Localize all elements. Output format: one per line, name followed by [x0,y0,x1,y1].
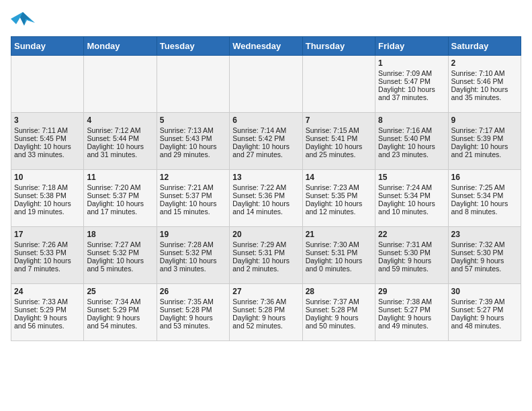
cell-text: Sunset: 5:34 PM [378,191,445,199]
cell-text: Sunset: 5:28 PM [306,306,372,314]
cell-text: Sunrise: 7:16 AM [378,126,445,134]
cell-text: Daylight: 10 hours [306,142,372,150]
calendar-cell: 10Sunrise: 7:18 AMSunset: 5:38 PMDayligh… [11,170,84,227]
cell-text: Sunrise: 7:14 AM [232,126,299,134]
calendar-cell: 8Sunrise: 7:16 AMSunset: 5:40 PMDaylight… [375,113,448,170]
cell-text: and 49 minutes. [378,322,445,330]
cell-text: Sunset: 5:31 PM [306,248,372,257]
day-number: 14 [306,173,372,182]
cell-text: and 56 minutes. [14,322,81,330]
day-number: 24 [14,287,81,296]
cell-text: Sunrise: 7:32 AM [451,240,518,248]
cell-text: Sunrise: 7:20 AM [87,183,153,191]
cell-text: Sunrise: 7:22 AM [232,183,299,191]
cell-text: Daylight: 9 hours [232,314,299,322]
cell-text: Sunrise: 7:34 AM [87,298,153,306]
header-cell-saturday: Saturday [448,37,521,56]
day-number: 6 [232,116,299,125]
cell-text: Sunset: 5:33 PM [14,248,81,257]
calendar-cell: 28Sunrise: 7:37 AMSunset: 5:28 PMDayligh… [302,284,375,341]
calendar-cell: 23Sunrise: 7:32 AMSunset: 5:30 PMDayligh… [448,227,521,284]
cell-text: Daylight: 10 hours [160,199,226,208]
calendar-cell: 17Sunrise: 7:26 AMSunset: 5:33 PMDayligh… [11,227,84,284]
cell-text: Sunrise: 7:10 AM [451,69,518,77]
calendar-cell: 5Sunrise: 7:13 AMSunset: 5:43 PMDaylight… [157,113,229,170]
cell-text: Daylight: 10 hours [232,142,299,150]
cell-text: Daylight: 10 hours [87,199,153,208]
cell-text: Daylight: 9 hours [451,257,518,265]
cell-text: Sunrise: 7:15 AM [306,126,372,134]
cell-text: and 21 minutes. [451,150,518,158]
cell-text: Sunrise: 7:38 AM [378,298,445,306]
cell-text: Sunset: 5:27 PM [451,306,518,314]
day-number: 17 [14,230,81,239]
logo [11,11,38,31]
day-number: 16 [451,173,518,182]
calendar-cell [11,56,84,113]
cell-text: Sunset: 5:44 PM [87,134,153,142]
cell-text: Sunset: 5:32 PM [160,248,226,257]
cell-text: Sunrise: 7:30 AM [306,240,372,248]
cell-text: and 54 minutes. [87,322,153,330]
cell-text: and 31 minutes. [87,150,153,158]
calendar-cell: 24Sunrise: 7:33 AMSunset: 5:29 PMDayligh… [11,284,84,341]
cell-text: Daylight: 9 hours [160,314,226,322]
cell-text: Daylight: 10 hours [451,85,518,93]
cell-text: Daylight: 10 hours [14,257,81,265]
cell-text: Sunset: 5:27 PM [378,306,445,314]
day-number: 2 [451,58,518,68]
logo-icon [11,11,35,31]
calendar-cell: 6Sunrise: 7:14 AMSunset: 5:42 PMDaylight… [230,113,302,170]
cell-text: Daylight: 10 hours [232,199,299,208]
cell-text: Daylight: 10 hours [306,199,372,208]
cell-text: and 2 minutes. [232,265,299,273]
cell-text: Daylight: 10 hours [14,199,81,208]
cell-text: Sunset: 5:34 PM [451,191,518,199]
cell-text: Daylight: 10 hours [451,142,518,150]
day-number: 7 [306,116,372,125]
day-number: 12 [160,173,226,182]
day-number: 3 [14,116,81,125]
calendar-cell: 25Sunrise: 7:34 AMSunset: 5:29 PMDayligh… [84,284,157,341]
calendar-body: 1Sunrise: 7:09 AMSunset: 5:47 PMDaylight… [11,56,521,341]
day-number: 26 [160,287,226,296]
calendar-cell: 3Sunrise: 7:11 AMSunset: 5:45 PMDaylight… [11,113,84,170]
cell-text: Daylight: 10 hours [87,257,153,265]
day-number: 11 [87,173,153,182]
cell-text: Sunrise: 7:21 AM [160,183,226,191]
cell-text: Sunset: 5:45 PM [14,134,81,142]
cell-text: and 14 minutes. [232,208,299,216]
cell-text: Sunset: 5:40 PM [378,134,445,142]
cell-text: Sunrise: 7:11 AM [14,126,81,134]
header-cell-monday: Monday [84,37,157,56]
cell-text: and 3 minutes. [160,265,226,273]
calendar-cell: 22Sunrise: 7:31 AMSunset: 5:30 PMDayligh… [375,227,448,284]
cell-text: Sunset: 5:32 PM [87,248,153,257]
week-row-3: 10Sunrise: 7:18 AMSunset: 5:38 PMDayligh… [11,170,521,227]
cell-text: Sunset: 5:42 PM [232,134,299,142]
day-number: 13 [232,173,299,182]
cell-text: Daylight: 10 hours [451,199,518,208]
week-row-4: 17Sunrise: 7:26 AMSunset: 5:33 PMDayligh… [11,227,521,284]
calendar-cell: 27Sunrise: 7:36 AMSunset: 5:28 PMDayligh… [230,284,302,341]
calendar-cell: 13Sunrise: 7:22 AMSunset: 5:36 PMDayligh… [230,170,302,227]
cell-text: Daylight: 10 hours [14,142,81,150]
cell-text: and 27 minutes. [232,150,299,158]
cell-text: Daylight: 10 hours [87,142,153,150]
cell-text: and 50 minutes. [306,322,372,330]
cell-text: and 57 minutes. [451,265,518,273]
cell-text: Daylight: 10 hours [160,257,226,265]
cell-text: and 17 minutes. [87,208,153,216]
calendar-cell: 1Sunrise: 7:09 AMSunset: 5:47 PMDaylight… [375,56,448,113]
cell-text: Sunrise: 7:28 AM [160,240,226,248]
cell-text: and 52 minutes. [232,322,299,330]
cell-text: Sunset: 5:46 PM [451,77,518,85]
cell-text: Daylight: 9 hours [378,314,445,322]
cell-text: Sunset: 5:29 PM [14,306,81,314]
header-cell-sunday: Sunday [11,37,84,56]
cell-text: and 29 minutes. [160,150,226,158]
cell-text: Sunset: 5:30 PM [378,248,445,257]
day-number: 30 [451,287,518,296]
cell-text: and 59 minutes. [378,265,445,273]
calendar-cell: 9Sunrise: 7:17 AMSunset: 5:39 PMDaylight… [448,113,521,170]
